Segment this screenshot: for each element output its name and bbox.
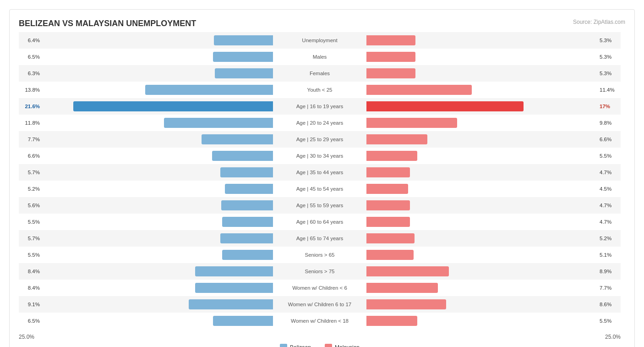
right-bar-wrap [366, 316, 598, 326]
bars-container: 6.4% Unemployment 5.3% 6.5% Males 5.3% 6… [19, 32, 621, 329]
row-label: Age | 20 to 24 years [274, 120, 366, 126]
right-value: 8.6% [598, 302, 621, 307]
table-row: 6.5% Women w/ Children < 18 5.5% [19, 313, 621, 329]
left-value: 8.4% [19, 285, 42, 291]
bar-pink [366, 283, 438, 293]
legend-box-pink [325, 344, 332, 347]
left-value: 5.7% [19, 170, 42, 175]
row-label: Age | 65 to 74 years [274, 236, 366, 241]
right-bar-wrap [366, 233, 598, 243]
right-value: 8.9% [598, 269, 621, 274]
row-label: Age | 35 to 44 years [274, 170, 366, 175]
left-bar-wrap [42, 233, 274, 243]
right-value: 5.3% [598, 54, 621, 60]
bar-blue [220, 167, 273, 177]
table-row: 8.4% Seniors > 75 8.9% [19, 263, 621, 280]
right-bar-wrap [366, 250, 598, 260]
table-row: 5.7% Age | 35 to 44 years 4.7% [19, 164, 621, 181]
row-label: Seniors > 65 [274, 252, 366, 258]
source-text: Source: ZipAtlas.com [573, 19, 625, 25]
left-bar-wrap [42, 151, 274, 161]
right-value: 17% [598, 104, 621, 109]
bar-blue [222, 250, 273, 260]
table-row: 13.8% Youth < 25 11.4% [19, 82, 621, 98]
table-row: 5.5% Age | 60 to 64 years 4.7% [19, 214, 621, 230]
left-value: 6.5% [19, 318, 42, 324]
right-value: 4.7% [598, 203, 621, 208]
left-bar-wrap [42, 68, 274, 78]
x-axis-right: 25.0% [605, 334, 621, 340]
right-value: 5.5% [598, 153, 621, 159]
bar-blue [214, 35, 273, 45]
table-row: 6.3% Females 5.3% [19, 65, 621, 82]
right-bar-wrap [366, 266, 598, 276]
x-axis: 25.0% 25.0% [19, 334, 621, 340]
right-bar-wrap [366, 167, 598, 177]
bar-pink [366, 250, 414, 260]
left-bar-wrap [42, 299, 274, 309]
right-value: 4.7% [598, 219, 621, 225]
left-value: 13.8% [19, 87, 42, 93]
right-bar-wrap [366, 299, 598, 309]
legend-malaysian-label: Malaysian [335, 344, 360, 347]
left-bar-wrap [42, 283, 274, 293]
legend-box-blue [280, 344, 287, 347]
left-bar-wrap [42, 35, 274, 45]
left-bar-wrap [42, 167, 274, 177]
table-row: 5.5% Seniors > 65 5.1% [19, 247, 621, 263]
left-value: 6.6% [19, 153, 42, 159]
bar-blue [164, 118, 273, 128]
bar-blue [202, 134, 273, 144]
row-label: Age | 60 to 64 years [274, 219, 366, 225]
right-bar-wrap [366, 52, 598, 62]
table-row: 6.5% Males 5.3% [19, 49, 621, 65]
bar-blue [215, 68, 273, 78]
right-bar-wrap [366, 200, 598, 210]
left-value: 6.3% [19, 71, 42, 76]
left-bar-wrap [42, 118, 274, 128]
chart-title: BELIZEAN VS MALAYSIAN UNEMPLOYMENT [19, 19, 621, 28]
left-value: 5.6% [19, 203, 42, 208]
bar-blue [189, 299, 273, 309]
bar-blue [195, 283, 273, 293]
bar-pink [366, 316, 417, 326]
row-label: Age | 30 to 34 years [274, 153, 366, 159]
left-value: 6.4% [19, 38, 42, 43]
left-bar-wrap [42, 134, 274, 144]
left-value: 11.8% [19, 120, 42, 126]
bar-pink [366, 299, 446, 309]
right-bar-wrap [366, 101, 598, 111]
x-axis-left: 25.0% [19, 334, 34, 340]
bar-blue [225, 184, 273, 194]
right-bar-wrap [366, 118, 598, 128]
left-bar-wrap [42, 266, 274, 276]
row-label: Seniors > 75 [274, 269, 366, 274]
bar-pink [366, 68, 415, 78]
left-value: 6.5% [19, 54, 42, 60]
right-bar-wrap [366, 151, 598, 161]
left-value: 21.6% [19, 104, 42, 109]
left-value: 8.4% [19, 269, 42, 274]
bar-pink [366, 35, 415, 45]
legend-belizean: Belizean [280, 344, 311, 347]
bar-pink [366, 101, 524, 111]
left-value: 5.2% [19, 186, 42, 192]
row-label: Women w/ Children 6 to 17 [274, 302, 366, 307]
left-value: 5.5% [19, 252, 42, 258]
left-bar-wrap [42, 184, 274, 194]
bar-pink [366, 118, 457, 128]
bar-pink [366, 266, 449, 276]
bar-pink [366, 217, 410, 227]
left-value: 5.5% [19, 219, 42, 225]
left-value: 5.7% [19, 236, 42, 241]
bar-pink [366, 167, 410, 177]
legend: Belizean Malaysian [19, 344, 621, 347]
bar-pink [366, 200, 410, 210]
bar-blue [213, 52, 273, 62]
table-row: 9.1% Women w/ Children 6 to 17 8.6% [19, 296, 621, 313]
table-row: 5.6% Age | 55 to 59 years 4.7% [19, 197, 621, 214]
bar-blue [221, 200, 273, 210]
right-value: 5.3% [598, 38, 621, 43]
row-label: Unemployment [274, 38, 366, 43]
legend-malaysian: Malaysian [325, 344, 360, 347]
